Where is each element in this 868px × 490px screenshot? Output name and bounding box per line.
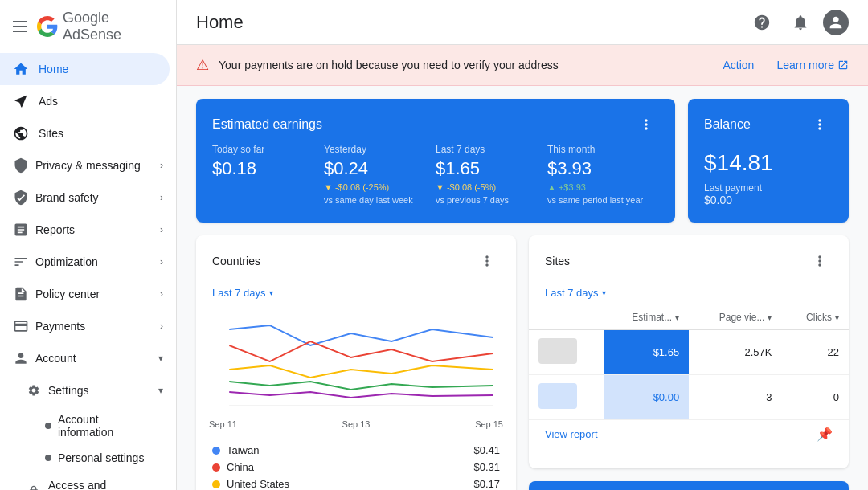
sidebar-section-payments-label: Payments [35, 320, 85, 333]
xaxis-label-2: Sep 13 [342, 419, 371, 429]
sites-more-button[interactable] [807, 248, 833, 274]
sidebar: Google AdSense Home Ads Sites Privacy & … [0, 0, 177, 490]
alert-action-link[interactable]: Action [723, 59, 754, 71]
right-column: Sites Last 7 days ▾ [529, 235, 849, 490]
sidebar-section-privacy-messaging-label: Privacy & messaging [35, 159, 141, 172]
sidebar-section-payments[interactable]: Payments › [0, 310, 176, 342]
earnings-last7-vs: vs previous 7 days [436, 195, 547, 205]
earnings-card-header: Estimated earnings [196, 99, 675, 144]
access-icon [26, 484, 42, 490]
site-row1-pageviews: 2.57K [689, 330, 781, 375]
sites-view-report-link[interactable]: View report [545, 428, 598, 440]
sidebar-section-account[interactable]: Account ▾ [0, 342, 176, 374]
site-row2-clicks: 0 [781, 375, 849, 420]
sites-col-site [529, 305, 604, 330]
countries-card-header: Countries [196, 235, 516, 280]
sidebar-section-brand-safety[interactable]: Brand safety › [0, 182, 176, 214]
charts-row: Countries Last 7 days ▾ [196, 235, 849, 490]
balance-last-payment-label: Last payment [704, 182, 833, 194]
sidebar-item-home[interactable]: Home [0, 53, 170, 85]
topbar: Home [177, 0, 868, 45]
hamburger-menu[interactable] [13, 21, 27, 32]
sites-col-pageviews[interactable]: Page vie... ▾ [689, 305, 781, 330]
earnings-last7-label: Last 7 days [436, 144, 547, 155]
sidebar-item-sites-label: Sites [39, 127, 63, 140]
countries-more-button[interactable] [474, 248, 500, 274]
sites-date-filter[interactable]: Last 7 days ▾ [545, 287, 606, 299]
earnings-row: Estimated earnings Today so far $0.18 Ye… [196, 99, 849, 223]
sidebar-section-optimization-label: Optimization [35, 255, 98, 268]
country-item-china: China $0.31 [212, 459, 500, 476]
earnings-more-button[interactable] [633, 112, 659, 137]
sidebar-item-sites[interactable]: Sites [0, 117, 170, 149]
xaxis-label-1: Sep 11 [209, 419, 237, 429]
payments-icon [13, 318, 29, 334]
sites-view-report-row: View report 📌 [529, 420, 849, 455]
earnings-today: Today so far $0.18 [212, 144, 324, 205]
countries-card-subheader: Last 7 days ▾ [196, 280, 516, 305]
todo-header: To do [529, 481, 849, 490]
balance-value: $14.81 [688, 144, 849, 182]
sidebar-section-policy-center[interactable]: Policy center › [0, 278, 176, 310]
sidebar-item-account-information-label: Account information [58, 413, 157, 439]
balance-sub: Last payment $0.00 [688, 182, 849, 223]
chevron-right-icon: › [160, 192, 163, 203]
earnings-card-title: Estimated earnings [212, 117, 322, 132]
sidebar-section-access[interactable]: Access and authorization [0, 471, 176, 490]
main-content: Home ⚠ Your payments are on hold because… [177, 0, 868, 490]
countries-date-filter-label: Last 7 days [212, 287, 266, 299]
sidebar-item-ads[interactable]: Ads [0, 85, 170, 117]
sidebar-section-brand-safety-label: Brand safety [35, 191, 99, 204]
sites-pin-icon[interactable]: 📌 [817, 427, 833, 442]
sidebar-section-privacy-messaging[interactable]: Privacy & messaging › [0, 149, 176, 182]
sites-table: Estimat... ▾ Page vie... ▾ [529, 305, 849, 420]
chevron-right-icon: › [160, 256, 163, 267]
sidebar-section-settings[interactable]: Settings ▾ [0, 374, 176, 406]
sidebar-section-reports[interactable]: Reports › [0, 214, 176, 246]
countries-line-chart [209, 305, 503, 410]
learn-more-link[interactable]: Learn more [776, 59, 849, 71]
notifications-button[interactable] [784, 6, 817, 39]
earnings-thismonth-vs: vs same period last year [547, 195, 659, 205]
settings-icon [26, 382, 42, 398]
chevron-down-icon: ▾ [158, 385, 163, 396]
chevron-right-icon: › [160, 321, 163, 332]
countries-chart [196, 305, 516, 418]
sidebar-section-optimization[interactable]: Optimization › [0, 246, 176, 278]
sites-card-title: Sites [545, 255, 570, 267]
sidebar-section-reports-label: Reports [35, 223, 75, 236]
country-name-us: United States [227, 478, 289, 490]
sidebar-header: Google AdSense [0, 0, 176, 53]
account-icon [13, 350, 29, 366]
table-row: $1.65 2.57K 22 [529, 330, 849, 375]
sites-card: Sites Last 7 days ▾ [529, 235, 849, 468]
sites-card-subheader: Last 7 days ▾ [529, 280, 849, 305]
balance-last-payment-value: $0.00 [704, 194, 833, 206]
countries-date-filter[interactable]: Last 7 days ▾ [212, 287, 273, 299]
alert-message: Your payments are on hold because you ne… [219, 59, 713, 71]
earnings-thismonth: This month $3.93 ▲ +$3.93 vs same period… [547, 144, 659, 205]
estimated-earnings-card: Estimated earnings Today so far $0.18 Ye… [196, 99, 675, 223]
site-thumb-cell [529, 330, 604, 375]
sites-col-clicks[interactable]: Clicks ▾ [781, 305, 849, 330]
user-avatar[interactable] [823, 10, 849, 35]
alert-banner: ⚠ Your payments are on hold because you … [177, 45, 868, 86]
sites-col-estimate[interactable]: Estimat... ▾ [604, 305, 690, 330]
reports-icon [13, 222, 29, 238]
balance-more-button[interactable] [807, 112, 833, 137]
chevron-right-icon: › [160, 160, 163, 171]
country-dot-taiwan [212, 447, 220, 455]
help-button[interactable] [746, 6, 778, 39]
optimization-icon [13, 254, 29, 270]
page-title: Home [196, 12, 244, 33]
sidebar-section-account-label: Account [35, 352, 76, 365]
earnings-yesterday-value: $0.24 [324, 158, 436, 179]
earnings-today-label: Today so far [212, 144, 324, 155]
sidebar-item-account-information[interactable]: Account information [0, 406, 170, 445]
sidebar-item-personal-settings[interactable]: Personal settings [0, 445, 170, 471]
country-item-us: United States $0.17 [212, 476, 500, 490]
balance-card-header: Balance [688, 99, 849, 144]
chart-xaxis: Sep 11 Sep 13 Sep 15 [196, 418, 516, 435]
site-row2-pageviews: 3 [689, 375, 781, 420]
country-value-taiwan: $0.41 [473, 444, 500, 456]
